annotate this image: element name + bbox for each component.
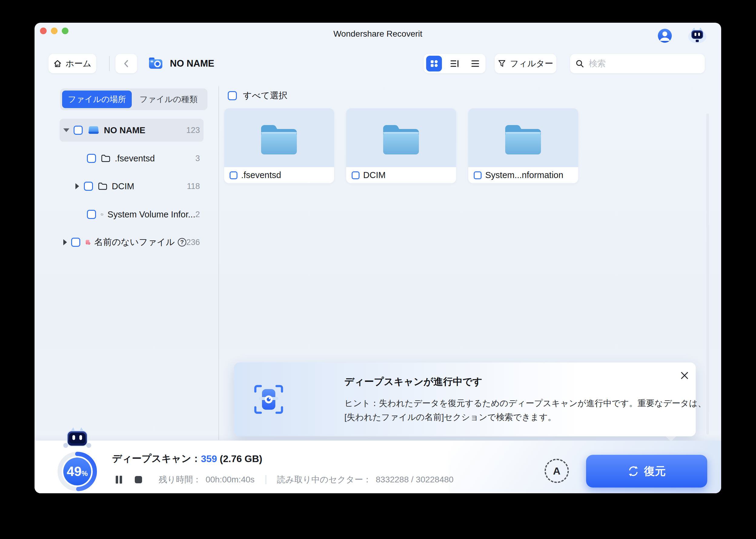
folder-outline-icon bbox=[98, 182, 108, 191]
list-view-button[interactable] bbox=[447, 56, 462, 71]
search-icon bbox=[575, 59, 584, 68]
sidebar-tabs: ファイルの場所 ファイルの種類 bbox=[60, 88, 208, 110]
filter-button[interactable]: フィルター bbox=[495, 54, 556, 73]
account-avatar[interactable] bbox=[658, 29, 672, 44]
caret-right-icon[interactable] bbox=[75, 183, 79, 189]
progress-percent: 49 bbox=[67, 464, 81, 479]
list-view-icon bbox=[451, 60, 459, 67]
detail-view-button[interactable] bbox=[467, 56, 483, 71]
pause-icon[interactable] bbox=[114, 475, 124, 485]
tree-checkbox-dcim[interactable] bbox=[84, 182, 93, 191]
folder-name: DCIM bbox=[363, 170, 385, 180]
view-toggle-group bbox=[424, 54, 485, 73]
close-icon[interactable] bbox=[680, 371, 689, 380]
tree-label: 名前のないファイル bbox=[94, 236, 175, 248]
scan-controls-line: 残り時間： 00h:00m:40s 読み取り中のセクター： 8332288 / … bbox=[114, 474, 454, 486]
stop-icon[interactable] bbox=[134, 475, 143, 484]
back-button[interactable] bbox=[116, 54, 137, 73]
scan-status-line: ディープスキャン： 359 (2.76 GB) bbox=[112, 452, 262, 465]
tree-count: 236 bbox=[186, 238, 200, 247]
select-all-label: すべて選択 bbox=[243, 90, 288, 102]
mascot-robot-icon bbox=[63, 425, 92, 451]
scrollbar[interactable] bbox=[706, 114, 709, 434]
folder-outline-icon bbox=[101, 210, 103, 219]
home-button[interactable]: ホーム bbox=[48, 54, 96, 73]
folder-card-dcim[interactable]: DCIM bbox=[346, 109, 456, 183]
folder-icon bbox=[500, 120, 546, 159]
folder-card-system-volume-information[interactable]: System...nformation bbox=[468, 109, 578, 183]
folder-card-fseventsd[interactable]: .fseventsd bbox=[224, 109, 334, 183]
tree-item-dcim[interactable]: DCIM 118 bbox=[60, 177, 204, 195]
folder-checkbox[interactable] bbox=[352, 171, 360, 179]
device-name: NO NAME bbox=[170, 58, 214, 69]
home-label: ホーム bbox=[65, 58, 91, 69]
folder-card-label-strip: DCIM bbox=[346, 167, 456, 183]
folder-name: System...nformation bbox=[485, 170, 563, 180]
lost-file-icon bbox=[85, 237, 91, 248]
scan-label: ディープスキャン： bbox=[112, 452, 201, 465]
recover-label: 復元 bbox=[644, 464, 666, 479]
toast-body-line1: ヒント：失われたデータを復元するためのディープスキャンが進行中です。重要なデータ… bbox=[344, 396, 706, 410]
tree-item-system-volume[interactable]: System Volume Infor... 2 bbox=[60, 205, 204, 224]
panel-divider bbox=[218, 86, 219, 440]
tree-count: 118 bbox=[187, 182, 200, 191]
deep-scan-toast: ディープスキャンが進行中です ヒント：失われたデータを復元するためのディープスキ… bbox=[234, 362, 696, 436]
assistant-robot-button[interactable] bbox=[688, 26, 707, 45]
tree-checkbox-fseventsd[interactable] bbox=[87, 154, 96, 163]
tree-item-unnamed-files[interactable]: 名前のないファイル ? 236 bbox=[60, 233, 204, 252]
folder-outline-icon bbox=[101, 154, 111, 163]
scan-progress-circle: 49% bbox=[55, 450, 99, 493]
grid-view-button[interactable] bbox=[426, 56, 442, 71]
chevron-left-icon bbox=[123, 59, 129, 68]
window-title: Wondershare Recoverit bbox=[35, 29, 721, 39]
select-all-checkbox[interactable] bbox=[228, 91, 237, 100]
select-all-row: すべて選択 bbox=[228, 90, 288, 102]
auto-assistant-button[interactable]: A bbox=[545, 459, 569, 483]
tree-item-no-name[interactable]: NO NAME 123 bbox=[60, 119, 204, 142]
tree-label: .fseventsd bbox=[115, 154, 155, 164]
home-icon bbox=[53, 59, 62, 68]
filter-funnel-icon bbox=[498, 60, 506, 67]
app-window: Wondershare Recoverit ホーム bbox=[35, 23, 721, 493]
time-remaining-label: 残り時間： bbox=[159, 474, 202, 486]
recover-refresh-icon bbox=[628, 465, 639, 477]
detail-view-icon bbox=[471, 60, 479, 67]
sector-label: 読み取り中のセクター： bbox=[277, 474, 372, 486]
tree-label: System Volume Infor... bbox=[108, 209, 195, 219]
folder-name: .fseventsd bbox=[241, 170, 281, 180]
tree-checkbox-unnamed-files[interactable] bbox=[71, 238, 80, 247]
tree-label: NO NAME bbox=[104, 125, 145, 135]
time-remaining-value: 00h:00m:40s bbox=[206, 475, 255, 485]
tree-checkbox-system-volume[interactable] bbox=[87, 210, 96, 219]
search-box bbox=[570, 54, 705, 73]
recover-button[interactable]: 復元 bbox=[586, 455, 707, 488]
progress-percent-unit: % bbox=[81, 470, 88, 478]
tree-checkbox-no-name[interactable] bbox=[74, 126, 83, 135]
tree-item-fseventsd[interactable]: .fseventsd 3 bbox=[60, 149, 204, 168]
filter-label: フィルター bbox=[510, 58, 553, 69]
tab-file-type[interactable]: ファイルの種類 bbox=[132, 94, 206, 105]
folder-icon bbox=[378, 120, 424, 159]
auto-assistant-label: A bbox=[553, 465, 561, 477]
help-icon[interactable]: ? bbox=[178, 238, 186, 247]
folder-checkbox[interactable] bbox=[474, 171, 481, 179]
toast-title: ディープスキャンが進行中です bbox=[344, 375, 482, 389]
camera-device-icon bbox=[148, 57, 163, 71]
tree-count: 123 bbox=[186, 126, 200, 135]
toast-body-line2: [失われたファイルの名前]セクションで検索できます。 bbox=[344, 410, 556, 424]
toolbar-divider bbox=[109, 56, 110, 71]
search-input[interactable] bbox=[588, 58, 689, 69]
folder-icon bbox=[256, 120, 302, 159]
caret-down-icon[interactable] bbox=[63, 128, 69, 132]
folder-card-label-strip: .fseventsd bbox=[224, 167, 334, 183]
sector-value: 8332288 / 30228480 bbox=[376, 475, 454, 485]
tree-count: 3 bbox=[195, 154, 200, 163]
tab-file-location[interactable]: ファイルの場所 bbox=[62, 91, 132, 108]
tree-count: 2 bbox=[195, 210, 200, 219]
caret-right-icon[interactable] bbox=[63, 239, 67, 245]
folder-checkbox[interactable] bbox=[229, 171, 237, 179]
folder-card-label-strip: System...nformation bbox=[468, 167, 578, 183]
scan-count: 359 bbox=[201, 453, 217, 465]
drive-icon bbox=[88, 125, 100, 135]
grid-view-icon bbox=[430, 60, 438, 67]
